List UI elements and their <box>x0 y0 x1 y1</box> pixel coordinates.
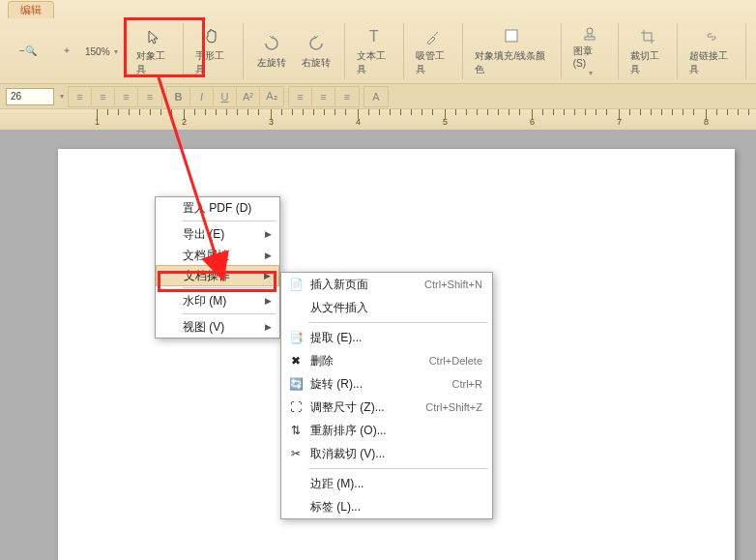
submenu-item[interactable]: ⇅重新排序 (O)... <box>281 419 492 442</box>
uncrop-icon: ✂ <box>285 445 306 462</box>
insert-icon: 📄 <box>285 276 306 293</box>
context-menu-item[interactable]: 文档属性▶ <box>156 245 279 266</box>
text-color-button[interactable]: A <box>364 87 388 106</box>
context-menu-item[interactable]: 置入 PDF (D) <box>156 197 279 219</box>
delete-icon: ✖ <box>285 352 306 369</box>
object-tool-button[interactable]: 对象工具 <box>131 23 177 79</box>
blank-icon <box>285 299 306 316</box>
horizontal-ruler: 12345678 <box>0 108 756 130</box>
blank-icon <box>285 475 306 492</box>
rotate-left-button[interactable]: 左旋转 <box>249 23 294 79</box>
align-right-button[interactable]: ≡ <box>115 87 138 106</box>
fill-stroke-button[interactable]: 对象填充/线条颜色 <box>469 23 554 79</box>
font-size-field[interactable] <box>6 88 54 105</box>
extract-icon: 📑 <box>285 329 306 346</box>
context-menu: 置入 PDF (D)导出 (E)▶文档属性▶文档操作▶水印 (M)▶视图 (V)… <box>155 196 280 339</box>
text-tool-button[interactable]: T文本工具 <box>351 23 397 79</box>
underline-button[interactable]: U <box>214 87 237 106</box>
context-menu-item[interactable]: 水印 (M)▶ <box>156 290 279 311</box>
submenu-item[interactable]: 边距 (M)... <box>281 472 492 495</box>
align-group: ≡ ≡ ≡ ≡ <box>68 86 162 107</box>
hand-icon <box>202 26 223 47</box>
rotate-icon: 🔄 <box>285 375 306 393</box>
submenu-item[interactable]: ✖删除Ctrl+Delete <box>281 349 492 372</box>
rotate-right-icon <box>305 33 327 54</box>
submenu-item[interactable]: ✂取消裁切 (V)... <box>281 442 492 465</box>
hyperlink-tool-button[interactable]: 超链接工具 <box>683 23 740 79</box>
context-menu-item[interactable]: 视图 (V)▶ <box>156 316 279 338</box>
context-menu-item[interactable]: 文档操作▶ <box>156 265 279 286</box>
subscript-button[interactable]: A₂ <box>260 87 283 106</box>
submenu-item[interactable]: 🔄旋转 (R)...Ctrl+R <box>281 372 492 396</box>
resize-icon: ⛶ <box>285 398 306 416</box>
svg-point-1 <box>587 28 593 34</box>
chevron-down-icon[interactable]: ▾ <box>114 47 118 56</box>
svg-rect-0 <box>506 30 517 42</box>
zoom-out-button[interactable]: −🔍 <box>6 23 50 79</box>
rotate-right-button[interactable]: 右旋转 <box>294 23 338 79</box>
hand-tool-button[interactable]: 手形工具 <box>189 23 236 79</box>
cursor-icon <box>143 26 164 47</box>
text-icon: T <box>363 26 385 47</box>
align-center-button[interactable]: ≡ <box>92 87 115 106</box>
submenu-item[interactable]: ⛶调整尺寸 (Z)...Ctrl+Shift+Z <box>281 396 492 419</box>
link-icon <box>701 26 722 47</box>
zoom-value: 150% <box>83 46 112 57</box>
style-group: B I U A² A₂ <box>166 86 284 107</box>
tab-edit[interactable]: 编辑 <box>8 1 54 18</box>
valign-middle-button[interactable]: ≡ <box>312 87 335 106</box>
context-menu-item[interactable]: 导出 (E)▶ <box>156 223 279 245</box>
reorder-icon: ⇅ <box>285 422 306 439</box>
stamp-icon <box>579 25 600 43</box>
eyedropper-icon <box>422 26 444 47</box>
crop-icon <box>637 26 658 47</box>
zoom-in-button[interactable]: ＋ <box>50 23 83 79</box>
rotate-left-icon <box>261 33 282 54</box>
align-justify-button[interactable]: ≡ <box>138 87 161 106</box>
submenu-item[interactable]: 标签 (L)... <box>281 495 492 518</box>
italic-button[interactable]: I <box>190 87 214 106</box>
bold-button[interactable]: B <box>167 87 190 106</box>
chevron-down-icon[interactable]: ▾ <box>60 92 64 101</box>
superscript-button[interactable]: A² <box>237 87 260 106</box>
context-submenu: 📄插入新页面Ctrl+Shift+N从文件插入📑提取 (E)...✖删除Ctrl… <box>280 272 493 519</box>
eyedropper-tool-button[interactable]: 吸管工具 <box>410 23 456 79</box>
svg-rect-2 <box>585 37 595 40</box>
crop-tool-button[interactable]: 裁切工具 <box>625 23 671 79</box>
valign-group: ≡ ≡ ≡ <box>288 86 360 107</box>
valign-bottom-button[interactable]: ≡ <box>335 87 359 106</box>
stamp-button[interactable]: 图章 (S)▾ <box>567 23 612 79</box>
submenu-item[interactable]: 📄插入新页面Ctrl+Shift+N <box>281 273 492 296</box>
valign-top-button[interactable]: ≡ <box>289 87 312 106</box>
submenu-item[interactable]: 📑提取 (E)... <box>281 326 492 349</box>
align-left-button[interactable]: ≡ <box>69 87 92 106</box>
blank-icon <box>285 498 306 516</box>
submenu-item[interactable]: 从文件插入 <box>281 296 492 319</box>
fill-icon <box>502 26 523 47</box>
